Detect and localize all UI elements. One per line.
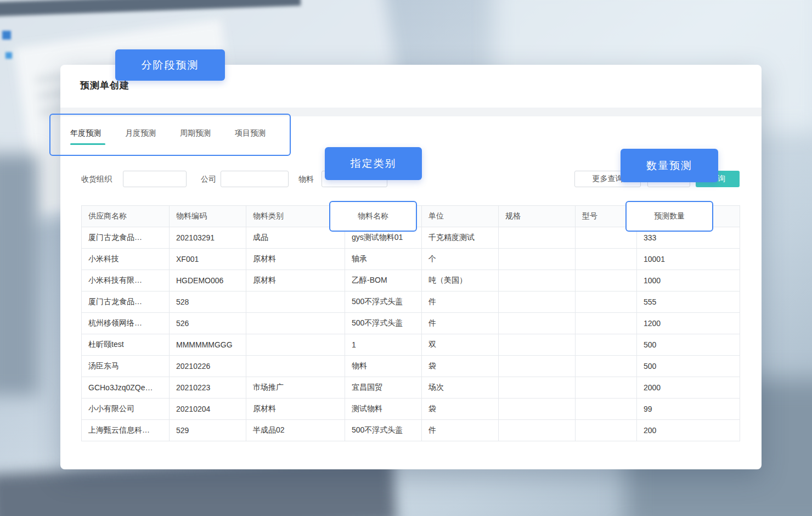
table-row[interactable]: 小小有限公司20210204原材料测试物料袋99 — [82, 399, 740, 420]
header-supplier-name: 供应商名称 — [82, 206, 170, 227]
table-cell — [576, 420, 637, 441]
table-cell: 半成品02 — [246, 420, 345, 441]
table-cell: 原材料 — [246, 270, 345, 291]
table-cell: 20210226 — [170, 356, 246, 377]
table-cell: 200 — [637, 420, 740, 441]
table-cell: XF001 — [170, 249, 246, 270]
table-row[interactable]: 厦门古龙食品…528500不浮式头盖件555 — [82, 291, 740, 313]
table-cell: 件 — [422, 313, 499, 334]
table-cell: 袋 — [422, 356, 499, 377]
table-cell: 20210204 — [170, 399, 246, 420]
page-title: 预测单创建 — [80, 79, 129, 92]
table-cell — [576, 334, 637, 356]
table-cell: 小米科技有限… — [82, 270, 170, 291]
table-cell: 袋 — [422, 399, 499, 420]
table-cell: 1000 — [637, 270, 740, 291]
table-cell — [499, 420, 576, 441]
table-cell — [576, 356, 637, 377]
table-cell: 526 — [170, 313, 246, 334]
table-cell: 乙醇-BOM — [345, 270, 422, 291]
staged-forecast-badge: 分阶段预测 — [115, 49, 225, 81]
table-cell — [499, 227, 576, 249]
table-cell — [246, 313, 345, 334]
table-cell: 原材料 — [246, 399, 345, 420]
table-cell: 市场推广 — [246, 377, 345, 399]
table-cell: 原材料 — [246, 249, 345, 270]
table-cell — [499, 377, 576, 399]
table-row[interactable]: 杭州移领网络…526500不浮式头盖件1200 — [82, 313, 740, 334]
table-cell: 杭州移领网络… — [82, 313, 170, 334]
header-spec: 规格 — [499, 206, 576, 227]
table-cell: 500不浮式头盖 — [345, 291, 422, 313]
table-row[interactable]: 上海甄云信息科…529半成品02500不浮式头盖件200 — [82, 420, 740, 441]
material-label: 物料 — [298, 175, 314, 184]
table-row[interactable]: 小米科技XF001原材料轴承个10001 — [82, 249, 740, 270]
table-cell: 杜昕颐test — [82, 334, 170, 356]
table-cell: 宜昌国贸 — [345, 377, 422, 399]
table-cell: 个 — [422, 249, 499, 270]
table-cell: 2000 — [637, 377, 740, 399]
quantity-forecast-badge: 数量预测 — [621, 149, 718, 182]
table-cell: 件 — [422, 291, 499, 313]
bg-blue-icon — [2, 31, 11, 40]
table-cell: 汤臣东马 — [82, 356, 170, 377]
table-cell: 小小有限公司 — [82, 399, 170, 420]
receiving-org-label: 收货组织 — [81, 175, 112, 184]
company-label: 公司 — [201, 175, 216, 184]
table-cell: 厦门古龙食品… — [82, 227, 170, 249]
table-body: 厦门古龙食品…202103291成品gys测试物料01千克精度测试333小米科技… — [82, 227, 740, 441]
table-row[interactable]: 杜昕颐testMMMMMMGGG1双500 — [82, 334, 740, 356]
table-cell: 1200 — [637, 313, 740, 334]
forecast-qty-highlight-box: 预测数量 — [625, 201, 713, 232]
table-cell — [576, 249, 637, 270]
header-material-code: 物料编码 — [170, 206, 246, 227]
table-cell — [576, 291, 637, 313]
table-row[interactable]: 汤臣东马20210226物料袋500 — [82, 356, 740, 377]
table-cell: 529 — [170, 420, 246, 441]
material-name-highlight-box: 物料名称 — [329, 201, 417, 232]
table-cell: 场次 — [422, 377, 499, 399]
table-cell — [576, 377, 637, 399]
forecast-create-panel: 预测单创建 年度预测 月度预测 周期预测 项目预测 收货组织 公司 物料 更多查… — [60, 65, 762, 469]
table-row[interactable]: 小米科技有限…HGDEMO006原材料乙醇-BOM吨（美国）1000 — [82, 270, 740, 291]
table-cell — [499, 313, 576, 334]
table-cell: 吨（美国） — [422, 270, 499, 291]
table-cell: HGDEMO006 — [170, 270, 246, 291]
table-cell — [499, 270, 576, 291]
tabs-highlight-outline — [49, 114, 291, 156]
bg-blue-icon — [5, 52, 12, 59]
table-cell — [499, 291, 576, 313]
table-row[interactable]: GCHo3Jzq0ZQe…20210223市场推广宜昌国贸场次2000 — [82, 377, 740, 399]
table-cell — [246, 291, 345, 313]
table-cell: 轴承 — [345, 249, 422, 270]
receiving-org-input[interactable] — [123, 171, 187, 187]
table-cell: 500不浮式头盖 — [345, 313, 422, 334]
table-cell: 10001 — [637, 249, 740, 270]
table-cell: 件 — [422, 420, 499, 441]
table-cell — [499, 399, 576, 420]
table-cell — [246, 356, 345, 377]
table-cell — [576, 313, 637, 334]
company-input[interactable] — [221, 171, 289, 187]
table-cell — [499, 334, 576, 356]
table-cell: 1 — [345, 334, 422, 356]
table-cell: 500 — [637, 334, 740, 356]
table-cell: 物料 — [345, 356, 422, 377]
table-cell: 500不浮式头盖 — [345, 420, 422, 441]
table-cell — [576, 270, 637, 291]
table-cell: 500 — [637, 356, 740, 377]
table-cell: 528 — [170, 291, 246, 313]
table-cell: 99 — [637, 399, 740, 420]
table-cell: GCHo3Jzq0ZQe… — [82, 377, 170, 399]
table-cell: 202103291 — [170, 227, 246, 249]
table-cell: 上海甄云信息科… — [82, 420, 170, 441]
table-cell: 测试物料 — [345, 399, 422, 420]
bg-laptop-edge — [0, 154, 38, 395]
table-cell: 小米科技 — [82, 249, 170, 270]
table-cell — [499, 356, 576, 377]
table-cell — [576, 399, 637, 420]
table-cell — [246, 334, 345, 356]
table-cell: 千克精度测试 — [422, 227, 499, 249]
table-cell: MMMMMMGGG — [170, 334, 246, 356]
specify-category-badge: 指定类别 — [325, 147, 422, 180]
